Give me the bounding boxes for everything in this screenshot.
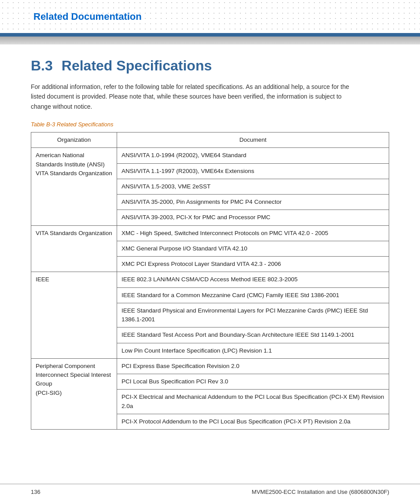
section-description: For additional information, refer to the… [31, 82, 361, 111]
doc-cell: XMC PCI Express Protocol Layer Standard … [117, 257, 389, 272]
col-header-doc: Document [117, 132, 389, 148]
main-content: B.3 Related Specifications For additiona… [0, 44, 420, 474]
doc-cell: IEEE Standard for a Common Mezzanine Car… [117, 287, 389, 303]
table-caption: Table B-3 Related Specifications [31, 121, 389, 128]
header: Related Documentation [0, 0, 420, 44]
dot-pattern-header: Related Documentation [0, 0, 420, 33]
doc-cell: PCI-X Protocol Addendum to the PCI Local… [117, 414, 389, 429]
doc-cell: ANSI/VITA 35-2000, Pin Assignments for P… [117, 195, 389, 210]
org-cell: American National Standards Institute (A… [31, 148, 117, 225]
doc-cell: PCI Express Base Specification Revision … [117, 358, 389, 374]
col-header-org: Organization [31, 132, 117, 148]
table-header-row: Organization Document [31, 132, 389, 148]
doc-cell: ANSI/VITA 1.5-2003, VME 2eSST [117, 179, 389, 194]
doc-cell: Low Pin Count Interface Specification (L… [117, 343, 389, 358]
table-row: American National Standards Institute (A… [31, 148, 389, 163]
doc-cell: XMC General Purpose I/O Standard VITA 42… [117, 241, 389, 256]
section-heading: B.3 Related Specifications [31, 58, 389, 74]
footer-page-number: 136 [31, 489, 41, 495]
org-cell: IEEE [31, 272, 117, 359]
table-row: IEEEIEEE 802.3 LAN/MAN CSMA/CD Access Me… [31, 272, 389, 287]
org-cell: Peripheral Component Interconnect Specia… [31, 358, 117, 429]
footer-document: MVME2500-ECC Installation and Use (68068… [252, 489, 389, 495]
section-number: B.3 [31, 58, 53, 74]
table-row: Peripheral Component Interconnect Specia… [31, 358, 389, 374]
specs-table: Organization Document American National … [31, 132, 389, 430]
doc-cell: IEEE Standard Physical and Environmental… [117, 303, 389, 327]
doc-cell: PCI Local Bus Specification PCI Rev 3.0 [117, 374, 389, 390]
footer: 136 MVME2500-ECC Installation and Use (6… [0, 484, 420, 495]
doc-cell: ANSI/VITA 39-2003, PCI-X for PMC and Pro… [117, 210, 389, 225]
doc-cell: XMC - High Speed, Switched Interconnect … [117, 225, 389, 241]
gray-bar [0, 37, 420, 44]
section-title: Related Specifications [62, 58, 212, 74]
header-title: Related Documentation [0, 11, 142, 22]
doc-cell: IEEE Standard Test Access Port and Bound… [117, 327, 389, 343]
org-cell: VITA Standards Organization [31, 225, 117, 272]
doc-cell: ANSI/VITA 1.0-1994 (R2002), VME64 Standa… [117, 148, 389, 163]
doc-cell: ANSI/VITA 1.1-1997 (R2003), VME64x Exten… [117, 163, 389, 179]
doc-cell: IEEE 802.3 LAN/MAN CSMA/CD Access Method… [117, 272, 389, 287]
blue-bar [0, 33, 420, 37]
table-row: VITA Standards OrganizationXMC - High Sp… [31, 225, 389, 241]
doc-cell: PCI-X Electrical and Mechanical Addendum… [117, 390, 389, 414]
